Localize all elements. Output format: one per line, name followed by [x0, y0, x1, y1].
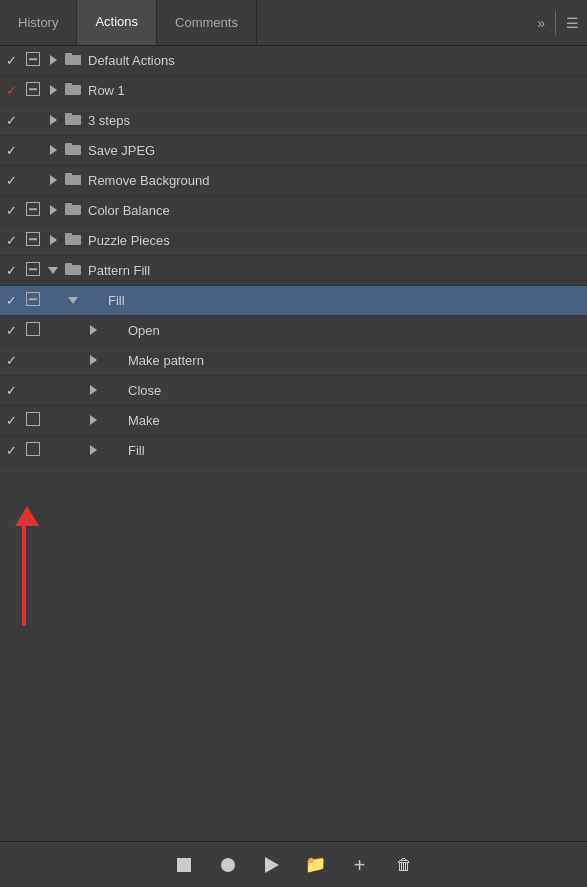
tab-divider: [555, 11, 556, 35]
folder-icon-remove-bg: [62, 173, 84, 188]
label-fill-action: Fill: [124, 443, 579, 458]
action-row-make-pattern[interactable]: ✓Make pattern: [0, 346, 587, 376]
check-make[interactable]: ✓: [0, 413, 22, 428]
expand-default-actions[interactable]: [44, 55, 62, 67]
label-open: Open: [124, 323, 579, 338]
new-action-button[interactable]: +: [346, 851, 374, 879]
tab-spacer: [257, 0, 529, 45]
tab-actions[interactable]: Actions: [77, 0, 157, 45]
label-fill-group: Fill: [104, 293, 579, 308]
label-close: Close: [124, 383, 579, 398]
check-puzzle-pieces[interactable]: ✓: [0, 233, 22, 248]
check-make-pattern[interactable]: ✓: [0, 353, 22, 368]
label-puzzle-pieces: Puzzle Pieces: [84, 233, 579, 248]
chevron-right-icon: [50, 175, 57, 185]
folder-icon: 📁: [305, 854, 326, 875]
action-row-save-jpeg[interactable]: ✓Save JPEG: [0, 136, 587, 166]
check-row-1[interactable]: ✓: [0, 83, 22, 98]
stop-icon: [177, 858, 191, 872]
plus-icon: +: [354, 855, 366, 875]
delete-button[interactable]: 🗑: [390, 851, 418, 879]
check-default-actions[interactable]: ✓: [0, 53, 22, 68]
expand-puzzle-pieces[interactable]: [44, 235, 62, 247]
play-button[interactable]: [258, 851, 286, 879]
expand-color-balance[interactable]: [44, 205, 62, 217]
action-row-make[interactable]: ✓Make: [0, 406, 587, 436]
menu-icon[interactable]: ☰: [566, 15, 579, 31]
action-row-puzzle-pieces[interactable]: ✓Puzzle Pieces: [0, 226, 587, 256]
modal-fill-action[interactable]: [22, 442, 44, 459]
check-pattern-fill[interactable]: ✓: [0, 263, 22, 278]
label-make-pattern: Make pattern: [124, 353, 579, 368]
play-icon: [265, 857, 279, 873]
bottom-toolbar: 📁 + 🗑: [0, 841, 587, 887]
check-fill-group[interactable]: ✓: [0, 293, 22, 308]
label-pattern-fill: Pattern Fill: [84, 263, 579, 278]
check-fill-action[interactable]: ✓: [0, 443, 22, 458]
chevron-right-icon: [90, 415, 97, 425]
trash-icon: 🗑: [396, 856, 412, 874]
action-row-remove-bg[interactable]: ✓Remove Background: [0, 166, 587, 196]
action-row-fill-action[interactable]: ✓Fill: [0, 436, 587, 466]
check-open[interactable]: ✓: [0, 323, 22, 338]
stop-button[interactable]: [170, 851, 198, 879]
action-row-pattern-fill[interactable]: ✓Pattern Fill: [0, 256, 587, 286]
modal-row-1[interactable]: [22, 82, 44, 99]
expand-make[interactable]: [84, 415, 102, 427]
expand-pattern-fill[interactable]: [44, 265, 62, 276]
chevron-right-icon: [90, 355, 97, 365]
modal-pattern-fill[interactable]: [22, 262, 44, 279]
modal-default-actions[interactable]: [22, 52, 44, 69]
tab-bar: History Actions Comments » ☰: [0, 0, 587, 46]
action-row-fill-group[interactable]: ✓Fill: [0, 286, 587, 316]
check-3-steps[interactable]: ✓: [0, 113, 22, 128]
check-remove-bg[interactable]: ✓: [0, 173, 22, 188]
action-row-close[interactable]: ✓Close: [0, 376, 587, 406]
tab-extras: » ☰: [529, 0, 587, 45]
chevron-right-icon: [90, 445, 97, 455]
expand-open[interactable]: [84, 325, 102, 337]
record-button[interactable]: [214, 851, 242, 879]
check-save-jpeg[interactable]: ✓: [0, 143, 22, 158]
folder-icon-color-balance: [62, 203, 84, 218]
chevron-right-icon: [50, 205, 57, 215]
chevron-down-icon: [48, 267, 58, 274]
expand-fill-action[interactable]: [84, 445, 102, 457]
expand-make-pattern[interactable]: [84, 355, 102, 367]
expand-save-jpeg[interactable]: [44, 145, 62, 157]
open-folder-button[interactable]: 📁: [302, 851, 330, 879]
folder-icon-row-1: [62, 83, 84, 98]
forward-icon[interactable]: »: [537, 15, 545, 31]
check-color-balance[interactable]: ✓: [0, 203, 22, 218]
main-content: ✓Default Actions✓Row 1✓3 steps✓Save JPEG…: [0, 46, 587, 887]
folder-icon-save-jpeg: [62, 143, 84, 158]
modal-make[interactable]: [22, 412, 44, 429]
chevron-right-icon: [50, 145, 57, 155]
action-row-row-1[interactable]: ✓Row 1: [0, 76, 587, 106]
modal-fill-group[interactable]: [22, 292, 44, 309]
modal-color-balance[interactable]: [22, 202, 44, 219]
chevron-right-icon: [50, 55, 57, 65]
action-row-default-actions[interactable]: ✓Default Actions: [0, 46, 587, 76]
action-row-3-steps[interactable]: ✓3 steps: [0, 106, 587, 136]
tab-history[interactable]: History: [0, 0, 77, 45]
expand-fill-group[interactable]: [64, 295, 82, 306]
folder-icon-pattern-fill: [62, 263, 84, 278]
action-row-color-balance[interactable]: ✓Color Balance: [0, 196, 587, 226]
label-color-balance: Color Balance: [84, 203, 579, 218]
expand-close[interactable]: [84, 385, 102, 397]
label-make: Make: [124, 413, 579, 428]
expand-3-steps[interactable]: [44, 115, 62, 127]
modal-open[interactable]: [22, 322, 44, 339]
label-remove-bg: Remove Background: [84, 173, 579, 188]
label-row-1: Row 1: [84, 83, 579, 98]
folder-icon-puzzle-pieces: [62, 233, 84, 248]
modal-puzzle-pieces[interactable]: [22, 232, 44, 249]
check-close[interactable]: ✓: [0, 383, 22, 398]
expand-row-1[interactable]: [44, 85, 62, 97]
tab-comments[interactable]: Comments: [157, 0, 257, 45]
label-3-steps: 3 steps: [84, 113, 579, 128]
action-row-open[interactable]: ✓Open: [0, 316, 587, 346]
expand-remove-bg[interactable]: [44, 175, 62, 187]
label-default-actions: Default Actions: [84, 53, 579, 68]
